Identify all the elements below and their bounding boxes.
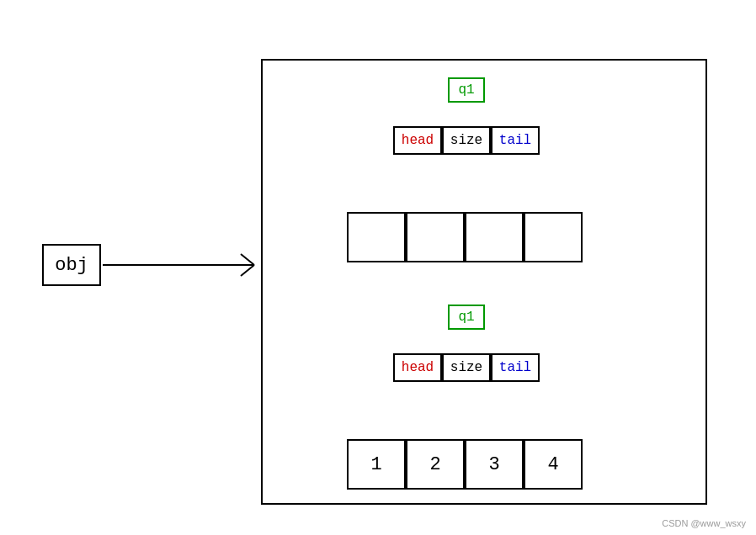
svg-line-1	[241, 254, 254, 265]
array-bottom: 1 2 3 4	[347, 439, 583, 490]
struct-top-tail: tail	[491, 126, 540, 155]
svg-line-2	[241, 265, 254, 276]
array-bottom-cell-3: 4	[524, 439, 583, 490]
obj-label: obj	[55, 255, 88, 276]
array-top-cell-0	[347, 212, 406, 262]
obj-box: obj	[42, 244, 101, 286]
diagram-container: obj	[25, 25, 731, 505]
q1-bottom-label: q1	[448, 305, 485, 330]
outer-box: q1 head size tail q1	[261, 59, 707, 505]
array-top-cell-1	[406, 212, 465, 262]
watermark: CSDN @www_wsxy	[662, 518, 746, 528]
array-top	[347, 212, 583, 262]
struct-bottom-size: size	[442, 353, 491, 382]
struct-bottom-head: head	[393, 353, 442, 382]
struct-top: head size tail	[393, 126, 540, 155]
array-bottom-cell-1: 2	[406, 439, 465, 490]
array-top-cell-2	[465, 212, 524, 262]
struct-bottom: head size tail	[393, 353, 540, 382]
array-top-cell-3	[524, 212, 583, 262]
struct-top-size: size	[442, 126, 491, 155]
struct-top-head: head	[393, 126, 442, 155]
array-bottom-cell-2: 3	[465, 439, 524, 490]
struct-bottom-tail: tail	[491, 353, 540, 382]
array-bottom-cell-0: 1	[347, 439, 406, 490]
q1-top-label: q1	[448, 77, 485, 103]
